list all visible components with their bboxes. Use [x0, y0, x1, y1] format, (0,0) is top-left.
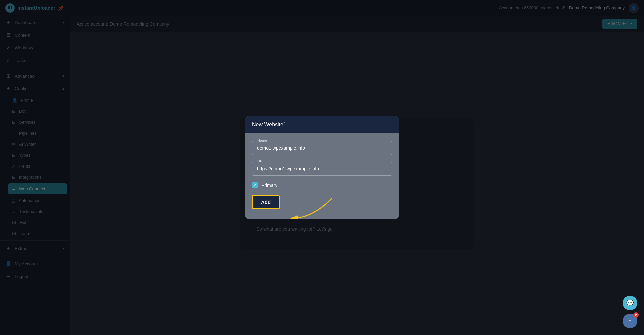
chat-button[interactable]: 💬 — [623, 296, 637, 310]
notification-badge: 2 — [633, 312, 639, 318]
bottom-right-icons: 💬 ↑ 2 — [623, 296, 637, 328]
modal-header: New Website1 — [245, 116, 399, 133]
up-icon: ↑ — [629, 318, 632, 325]
up-button[interactable]: ↑ 2 — [623, 314, 637, 328]
new-website-modal: New Website1 Name URL Primary — [245, 116, 399, 219]
name-form-group: Name — [252, 141, 392, 155]
primary-label: Primary — [261, 183, 277, 188]
url-form-group: URL — [252, 162, 392, 176]
name-input[interactable] — [252, 141, 392, 155]
primary-checkbox[interactable] — [252, 182, 258, 188]
main-content: Active account: Demo Remodeling Company … — [70, 16, 644, 335]
url-label: URL — [256, 159, 266, 163]
arrow-annotation — [272, 192, 339, 219]
url-input[interactable] — [252, 162, 392, 176]
name-label: Name — [256, 138, 268, 142]
modal-body: Name URL Primary Add — [245, 133, 399, 219]
main-layout: ⊞ Dashboard ▾ ☰ Content ✓ Workflow ✓ Tas… — [0, 16, 644, 335]
modal-overlay[interactable]: New Website1 Name URL Primary — [70, 16, 644, 335]
add-button[interactable]: Add — [252, 195, 280, 209]
chat-icon: 💬 — [626, 299, 634, 307]
primary-checkbox-row: Primary — [252, 182, 392, 188]
modal-title: New Website1 — [252, 122, 286, 127]
